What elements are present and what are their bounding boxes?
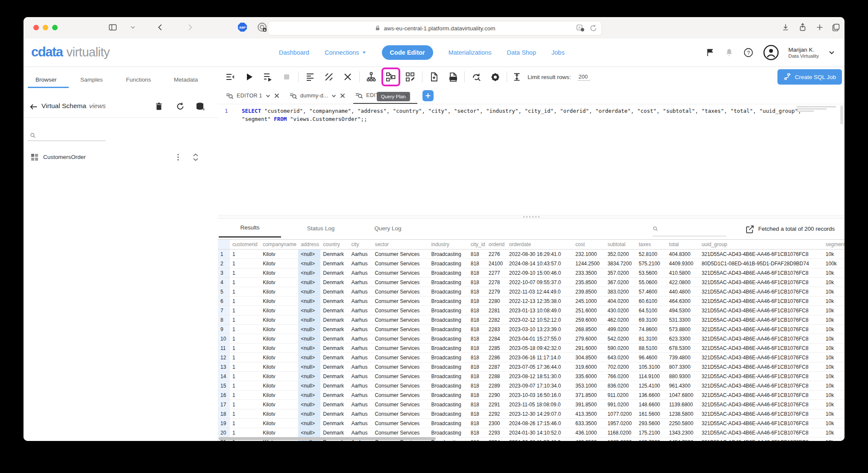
back-arrow-icon[interactable]	[29, 102, 38, 112]
table-cell: Kilotv	[260, 306, 298, 315]
zoom-window-button[interactable]	[52, 25, 58, 30]
minimize-window-button[interactable]	[43, 25, 48, 30]
column-header-taxes[interactable]: taxes	[636, 240, 666, 250]
back-button[interactable]	[156, 23, 165, 32]
dependency-tree-icon[interactable]	[364, 70, 378, 84]
reload-icon[interactable]	[589, 24, 597, 32]
tab-samples[interactable]: Samples	[80, 76, 103, 83]
results-search-input[interactable]	[653, 236, 726, 236]
column-header-uuid_group[interactable]: uuid_group	[699, 240, 823, 250]
avatar[interactable]	[763, 44, 779, 61]
column-header-address[interactable]: address	[298, 240, 320, 250]
export-csv-icon[interactable]: CSV	[446, 70, 460, 84]
table-cell: 321D55AC-AD43-4B6E-AA46-6F1CB1076FC8	[699, 306, 823, 315]
close-tab-icon[interactable]	[274, 93, 280, 99]
adblock-extension-icon[interactable]: ABP	[237, 22, 248, 32]
close-window-button[interactable]	[33, 25, 39, 30]
tab-functions[interactable]: Functions	[126, 76, 151, 83]
tab-overview-icon[interactable]	[831, 23, 841, 32]
sidebar-search-input[interactable]	[28, 141, 106, 141]
nav-code-editor[interactable]: Code Editor	[382, 45, 433, 60]
editor-tab-1[interactable]: EDITOR 1	[224, 88, 287, 104]
nav-connections[interactable]: Connections	[325, 49, 367, 56]
queries-list-icon[interactable]	[223, 70, 238, 84]
downloads-icon[interactable]	[781, 23, 790, 32]
table-cell: 1	[230, 250, 260, 259]
table-cell: Denmark	[320, 259, 349, 268]
column-header-subtotal[interactable]: subtotal	[605, 240, 636, 250]
close-tab-icon[interactable]	[340, 93, 346, 99]
kebab-menu-icon[interactable]	[174, 153, 182, 162]
user-menu-chevron-icon[interactable]	[828, 49, 835, 56]
column-header-orderid[interactable]: orderid	[486, 240, 507, 250]
table-cell: 410.5800	[666, 268, 699, 278]
open-external-icon[interactable]	[745, 225, 754, 234]
column-header-cost[interactable]: cost	[573, 240, 605, 250]
password-extension-icon[interactable]	[257, 22, 267, 32]
format-query-icon[interactable]	[303, 70, 317, 84]
table-cell: 2023-08-12 18:51:30.0	[507, 372, 573, 381]
create-sql-job-button[interactable]: Create SQL Job	[777, 69, 842, 85]
column-header-total[interactable]: total	[666, 240, 699, 250]
table-cell: 2022-08-30 16:29:41.0	[507, 250, 573, 259]
run-script-icon[interactable]	[261, 70, 275, 84]
table-cell: 100k	[823, 259, 845, 268]
refresh-icon[interactable]	[176, 102, 185, 111]
nav-jobs[interactable]: Jobs	[551, 49, 565, 56]
notifications-bell-icon[interactable]	[724, 48, 734, 57]
horizontal-scrollbar[interactable]	[219, 437, 436, 440]
column-header-country[interactable]: country	[320, 240, 349, 250]
translate-icon[interactable]: A	[576, 24, 584, 32]
table-cell: Consumer Services	[372, 268, 428, 278]
sql-job-icon	[783, 73, 792, 81]
flag-icon[interactable]	[706, 48, 715, 57]
column-header-orderdate[interactable]: orderdate	[507, 240, 573, 250]
run-query-icon[interactable]	[242, 70, 256, 84]
clear-editor-icon[interactable]	[340, 70, 355, 84]
new-file-icon[interactable]	[427, 70, 441, 84]
results-search-icon[interactable]	[653, 226, 658, 232]
nav-dashboard[interactable]: Dashboard	[279, 49, 309, 56]
column-header-companyname[interactable]: companyname	[260, 240, 298, 250]
column-header-industry[interactable]: industry	[429, 240, 468, 250]
sidebar-search-icon[interactable]	[30, 132, 36, 138]
trash-icon[interactable]	[154, 102, 164, 111]
word-wrap-off-icon[interactable]	[322, 70, 336, 84]
column-header-customerid[interactable]: customerid	[230, 240, 260, 250]
new-tab-icon[interactable]	[815, 23, 824, 32]
nav-data-shop[interactable]: Data Shop	[507, 49, 536, 56]
sql-code-area[interactable]: 1 SELECT "customerid", "companyname", "a…	[218, 104, 845, 215]
settings-gear-icon[interactable]	[488, 70, 502, 84]
database-icon[interactable]: c	[195, 101, 205, 112]
refresh-results-icon[interactable]	[469, 70, 484, 84]
editor-scrollbar[interactable]	[840, 106, 843, 124]
url-bar[interactable]: aws-eu-central-1.platform.datavirtuality…	[268, 21, 602, 35]
forward-button[interactable]	[185, 23, 194, 32]
limit-rows-value[interactable]: 200	[578, 73, 590, 81]
column-header-segment[interactable]: segment	[823, 240, 845, 250]
tab-metadata[interactable]: Metadata	[174, 76, 198, 83]
table-cell: 321D55AC-AD43-4B6E-AA46-6F1CB1076FC8	[699, 297, 823, 306]
nav-materializations[interactable]: Materializations	[449, 49, 492, 56]
chevron-down-icon[interactable]	[130, 25, 135, 30]
edit-query-plan-icon[interactable]	[403, 70, 418, 84]
column-header-sector[interactable]: sector	[372, 240, 428, 250]
share-icon[interactable]	[798, 23, 807, 32]
tab-results[interactable]: Results	[219, 219, 281, 238]
table-cell: 2287	[486, 362, 507, 372]
help-icon[interactable]: ?	[743, 47, 754, 58]
sidebar-toggle-icon[interactable]	[108, 23, 117, 32]
panel-splitter-handle[interactable]	[218, 215, 845, 219]
list-item-customersorder[interactable]: CustomersOrder	[23, 152, 218, 164]
query-plan-icon[interactable]	[384, 71, 397, 83]
table-cell: Aarhus	[349, 391, 372, 400]
tab-status-log[interactable]: Status Log	[290, 219, 352, 238]
user-info[interactable]: Marijan K. Data Virtuality	[789, 47, 819, 59]
column-header-city_id[interactable]: city_id	[468, 240, 486, 250]
editor-tab-2[interactable]: dummy-d...	[287, 88, 354, 104]
tab-query-log[interactable]: Query Log	[357, 219, 419, 238]
column-header-city[interactable]: city	[349, 240, 372, 250]
sort-chevrons-icon[interactable]	[191, 153, 200, 162]
tab-browser[interactable]: Browser	[35, 76, 57, 83]
new-editor-tab-button[interactable]	[422, 90, 434, 101]
